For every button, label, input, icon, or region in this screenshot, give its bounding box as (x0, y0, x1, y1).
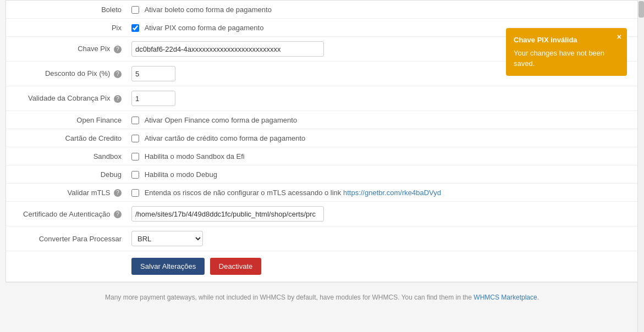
scrollbar-thumb[interactable] (639, 1, 644, 18)
save-button[interactable]: Salvar Alterações (131, 258, 205, 275)
field-label: Cartão de Credito (6, 129, 127, 147)
table-row: Certificado de Autenticação ? (6, 202, 638, 226)
help-icon[interactable]: ? (114, 211, 122, 218)
field-input (127, 86, 638, 111)
field-label: Desconto do Pix (%) ? (6, 62, 127, 86)
field-input: Ativar boleto como forma de pagamento (127, 1, 638, 19)
open-finance-label: Ativar Open Finance como forma de pagame… (145, 116, 297, 124)
pix-label: Ativar PIX como forma de pagamento (145, 24, 264, 32)
help-icon[interactable]: ? (114, 46, 122, 53)
field-input: Ativar cartão de crédito como forma de p… (127, 129, 638, 147)
footer: Many more payment gateways, while not in… (0, 283, 644, 312)
field-input: Habilita o modo Debug (127, 165, 638, 184)
field-label: Debug (6, 165, 127, 184)
desconto-pix-input[interactable] (131, 66, 175, 81)
converter-select[interactable]: BRL USD EUR (131, 231, 203, 246)
boleto-label: Ativar boleto como forma de pagamento (145, 5, 272, 14)
open-finance-checkbox[interactable] (131, 117, 139, 124)
page-wrapper: Boleto Ativar boleto como forma de pagam… (0, 0, 644, 332)
boleto-checkbox[interactable] (131, 6, 139, 14)
field-label: Certificado de Autenticação ? (6, 202, 127, 226)
sandbox-checkbox[interactable] (131, 153, 139, 161)
table-row: Sandbox Habilita o modo Sandbox da Efi (6, 147, 638, 165)
alert-close-button[interactable]: × (617, 31, 621, 43)
help-icon[interactable]: ? (114, 95, 122, 103)
table-row: Boleto Ativar boleto como forma de pagam… (6, 1, 638, 19)
footer-text2: . (537, 294, 539, 301)
deactivate-button[interactable]: Deactivate (210, 258, 261, 275)
debug-label: Habilita o modo Debug (145, 170, 217, 179)
field-input: Habilita o modo Sandbox da Efi (127, 147, 638, 165)
field-input: BRL USD EUR (127, 226, 638, 251)
footer-text1: Many more payment gateways, while not in… (105, 294, 474, 301)
field-label: Boleto (6, 1, 127, 19)
field-input (127, 202, 638, 226)
field-label: Converter Para Processar (6, 226, 127, 251)
scrollbar[interactable] (637, 0, 644, 332)
help-icon[interactable]: ? (114, 70, 122, 78)
table-row: Debug Habilita o modo Debug (6, 165, 638, 184)
validade-cobranca-input[interactable] (131, 91, 175, 106)
field-label: Chave Pix ? (6, 37, 127, 62)
field-label: Validade da Cobrança Pix ? (6, 86, 127, 111)
table-row: Cartão de Credito Ativar cartão de crédi… (6, 129, 638, 147)
field-label: Validar mTLS ? (6, 184, 127, 202)
validar-mtls-label: Entenda os riscos de não configurar o mT… (145, 189, 441, 197)
alert-message: Your changes have not been saved. (514, 48, 610, 69)
main-content: Boleto Ativar boleto como forma de pagam… (5, 0, 639, 283)
buttons-row: Salvar Alterações Deactivate (6, 251, 638, 282)
buttons-label-cell (6, 251, 127, 282)
cartao-credito-label: Ativar cartão de crédito como forma de p… (145, 134, 306, 142)
debug-checkbox[interactable] (131, 171, 139, 179)
field-label: Open Finance (6, 111, 127, 129)
table-row: Converter Para Processar BRL USD EUR (6, 226, 638, 251)
alert-title: Chave PIX inválida (514, 35, 610, 46)
alert-box: × Chave PIX inválida Your changes have n… (506, 28, 627, 76)
field-label: Sandbox (6, 147, 127, 165)
whmcs-marketplace-link[interactable]: WHMCS Marketplace (474, 294, 537, 301)
buttons-cell: Salvar Alterações Deactivate (127, 251, 638, 282)
cartao-credito-checkbox[interactable] (131, 135, 139, 142)
mtls-link[interactable]: https://gnetbr.com/rke4baDVyd (343, 189, 441, 197)
table-row: Open Finance Ativar Open Finance como fo… (6, 111, 638, 129)
field-input: Entenda os riscos de não configurar o mT… (127, 184, 638, 202)
sandbox-label: Habilita o modo Sandbox da Efi (145, 152, 245, 161)
field-label: Pix (6, 19, 127, 37)
table-row: Validar mTLS ? Entenda os riscos de não … (6, 184, 638, 202)
pix-checkbox[interactable] (131, 24, 139, 32)
table-row: Validade da Cobrança Pix ? (6, 86, 638, 111)
chave-pix-input[interactable] (131, 41, 324, 57)
field-input: Ativar Open Finance como forma de pagame… (127, 111, 638, 129)
validar-mtls-checkbox[interactable] (131, 189, 139, 197)
help-icon[interactable]: ? (114, 189, 122, 197)
certificado-input[interactable] (131, 206, 324, 222)
